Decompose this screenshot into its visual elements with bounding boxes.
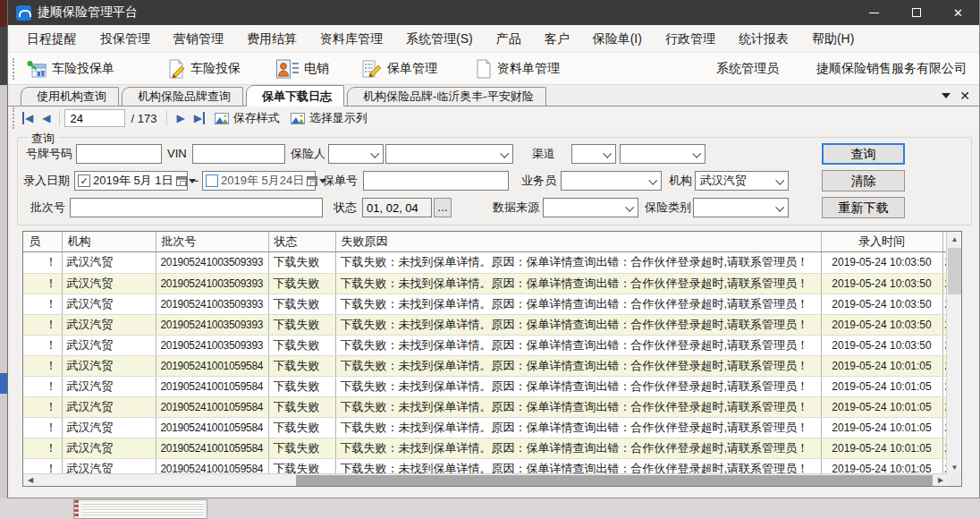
cell-org: 武汉汽贸 bbox=[62, 294, 156, 314]
menu-item-schedule[interactable]: 日程提醒 bbox=[15, 25, 89, 52]
cell-time: 2019-05-24 10:03:50 bbox=[821, 252, 942, 273]
cell-reason: 下载失败：未找到保单详情。原因：保单详情查询出错：合作伙伴登录超时,请联系管理员… bbox=[335, 396, 821, 417]
column-header-time[interactable]: 录入时间 bbox=[821, 232, 942, 251]
plate-number-input[interactable] bbox=[76, 144, 162, 164]
prev-page-button[interactable]: ◀ bbox=[38, 112, 55, 124]
insurance-type-select[interactable] bbox=[693, 198, 789, 217]
salesman-select[interactable] bbox=[561, 171, 662, 191]
menu-item-fee[interactable]: 费用结算 bbox=[235, 25, 308, 52]
telemarketing-button[interactable]: 电销 bbox=[272, 56, 334, 81]
next-page-button[interactable]: ▶ bbox=[172, 112, 189, 124]
cell-time: 2019-05-24 10:01:05 bbox=[821, 376, 942, 396]
date-from-value: 2019年 5月 1日 bbox=[93, 173, 173, 189]
column-header-batch[interactable]: 批次号 bbox=[156, 232, 268, 251]
batch-no-label: 批次号 bbox=[30, 198, 65, 217]
table-row[interactable]: ！ 武汉汽贸 201905241001059584 下载失败 下载失败：未找到保… bbox=[23, 417, 948, 438]
column-header-status[interactable]: 状态 bbox=[268, 232, 335, 251]
org-label: 机构 bbox=[669, 171, 692, 191]
first-page-button[interactable]: ◀ bbox=[18, 112, 38, 124]
table-row[interactable]: ！ 武汉汽贸 201905241003509393 下载失败 下载失败：未找到保… bbox=[23, 314, 948, 335]
background-mini-window[interactable] bbox=[73, 499, 207, 519]
grid-body: ！ 武汉汽贸 201905241003509393 下载失败 下载失败：未找到保… bbox=[23, 252, 948, 476]
main-toolbar: 车险投保单 车险投保 电销 bbox=[8, 52, 979, 85]
background-window-sliver bbox=[0, 373, 7, 394]
vertical-scrollbar[interactable]: ▲ ▼ bbox=[946, 232, 961, 475]
horizontal-scrollbar[interactable]: ◀ ▶ bbox=[23, 473, 948, 486]
menu-item-marketing[interactable]: 营销管理 bbox=[162, 25, 235, 52]
chevron-down-icon bbox=[692, 149, 701, 158]
window-title: 捷顺保险管理平台 bbox=[38, 4, 138, 21]
horizontal-scroll-thumb[interactable] bbox=[296, 475, 933, 486]
menu-item-help[interactable]: 帮助(H) bbox=[800, 25, 866, 52]
table-row[interactable]: ！ 武汉汽贸 201905241003509393 下载失败 下载失败：未找到保… bbox=[23, 273, 948, 294]
menu-item-library[interactable]: 资料库管理 bbox=[308, 25, 394, 52]
date-to-picker[interactable]: 2019年 5月24日 bbox=[202, 171, 316, 191]
calendar-icon bbox=[176, 176, 187, 186]
menu-item-report[interactable]: 统计报表 bbox=[727, 25, 800, 52]
date-to-checkbox[interactable] bbox=[206, 174, 218, 187]
maximize-button[interactable] bbox=[895, 0, 937, 25]
policy-no-input[interactable] bbox=[363, 171, 509, 191]
save-style-button[interactable]: 保存样式 bbox=[209, 110, 285, 126]
cell-reason: 下载失败：未找到保单详情。原因：保单详情查询出错：合作伙伴登录超时,请联系管理员… bbox=[335, 355, 821, 376]
scrollbar-corner bbox=[946, 473, 961, 486]
clear-button[interactable]: 清除 bbox=[822, 170, 905, 191]
org-select[interactable]: 武汉汽贸 bbox=[695, 171, 789, 191]
cell-partial: ！ bbox=[23, 438, 62, 458]
last-page-button[interactable]: ▶ bbox=[190, 112, 209, 124]
menu-item-customer[interactable]: 客户 bbox=[533, 25, 581, 52]
table-row[interactable]: ！ 武汉汽贸 201905241001059584 下载失败 下载失败：未找到保… bbox=[23, 376, 948, 396]
vin-input[interactable] bbox=[192, 144, 285, 164]
redownload-button[interactable]: 重新下载 bbox=[822, 197, 905, 218]
table-row[interactable]: ！ 武汉汽贸 201905241003509393 下载失败 下载失败：未找到保… bbox=[23, 335, 948, 355]
scroll-left-icon[interactable]: ◀ bbox=[23, 474, 38, 486]
menu-item-insure-mgmt[interactable]: 投保管理 bbox=[89, 25, 162, 52]
document-manage-button[interactable]: 资料单管理 bbox=[470, 56, 564, 81]
channel-type-select[interactable] bbox=[571, 144, 616, 164]
table-row[interactable]: ！ 武汉汽贸 201905241001059584 下载失败 下载失败：未找到保… bbox=[23, 396, 948, 417]
tab-close-icon[interactable]: ✕ bbox=[959, 89, 970, 103]
status-input[interactable] bbox=[362, 198, 432, 217]
cell-org: 武汉汽贸 bbox=[62, 396, 156, 417]
vertical-scroll-thumb[interactable] bbox=[948, 248, 961, 294]
search-button[interactable]: 查询 bbox=[822, 143, 905, 165]
page-number-input[interactable] bbox=[64, 109, 125, 127]
data-source-select[interactable] bbox=[543, 198, 638, 217]
table-row[interactable]: ！ 武汉汽贸 201905241003509393 下载失败 下载失败：未找到保… bbox=[23, 252, 948, 273]
chevron-down-icon bbox=[775, 176, 784, 185]
tab-org-usage-query[interactable]: 使用机构查询 bbox=[21, 87, 119, 106]
car-insure-button[interactable]: 车险投保 bbox=[162, 56, 245, 81]
policy-manage-button[interactable]: 保单管理 bbox=[357, 56, 442, 81]
menu-item-admin[interactable]: 行政管理 bbox=[654, 25, 727, 52]
cell-time: 2019-05-24 10:01:05 bbox=[821, 396, 942, 417]
status-more-button[interactable]: … bbox=[434, 198, 452, 217]
tab-org-brand-query[interactable]: 机构保险品牌查询 bbox=[122, 87, 243, 106]
separator bbox=[59, 110, 60, 126]
table-row[interactable]: ！ 武汉汽贸 201905241001059584 下载失败 下载失败：未找到保… bbox=[23, 438, 948, 458]
batch-no-input[interactable] bbox=[70, 198, 323, 217]
channel-name-select[interactable] bbox=[620, 144, 705, 164]
insured-name-select[interactable] bbox=[385, 144, 513, 164]
insured-type-select[interactable] bbox=[328, 144, 384, 164]
close-button[interactable]: ✕ bbox=[937, 0, 979, 25]
table-row[interactable]: ！ 武汉汽贸 201905241003509393 下载失败 下载失败：未找到保… bbox=[23, 294, 948, 314]
date-from-checkbox[interactable]: ✓ bbox=[78, 174, 90, 187]
tab-list-dropdown-icon[interactable] bbox=[942, 93, 950, 98]
chevron-down-icon bbox=[603, 149, 612, 158]
separator bbox=[166, 110, 167, 126]
scroll-up-icon[interactable]: ▲ bbox=[947, 232, 962, 247]
table-row[interactable]: ！ 武汉汽贸 201905241001059584 下载失败 下载失败：未找到保… bbox=[23, 355, 948, 376]
tab-policy-download-log[interactable]: 保单下载日志 bbox=[246, 85, 344, 106]
minimize-button[interactable] bbox=[853, 0, 895, 25]
background-window-sliver bbox=[0, 0, 7, 27]
date-from-picker[interactable]: ✓ 2019年 5月 1日 bbox=[74, 171, 188, 191]
menu-item-policy[interactable]: 保险单(I) bbox=[581, 25, 654, 52]
menu-item-system[interactable]: 系统管理(S) bbox=[394, 25, 485, 52]
tab-org-brand-linyi[interactable]: 机构保险品牌-临沂奥丰-平安财险 bbox=[347, 87, 546, 106]
choose-columns-button[interactable]: 选择显示列 bbox=[285, 110, 373, 126]
car-policy-form-button[interactable]: 车险投保单 bbox=[21, 56, 119, 81]
column-header-partial[interactable]: 员 bbox=[23, 232, 62, 251]
column-header-reason[interactable]: 失败原因 bbox=[335, 232, 821, 251]
column-header-org[interactable]: 机构 bbox=[62, 232, 156, 251]
menu-item-product[interactable]: 产品 bbox=[485, 25, 533, 52]
